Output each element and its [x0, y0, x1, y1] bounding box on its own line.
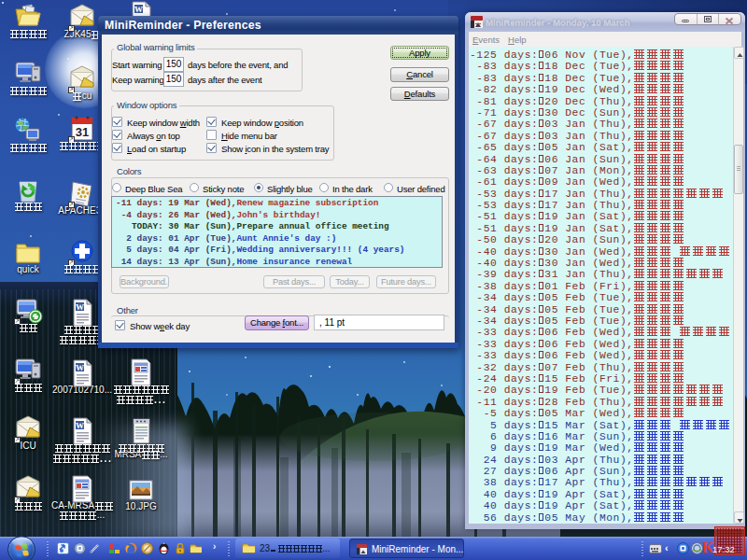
svg-text:W: W [134, 5, 143, 14]
svg-text:31: 31 [76, 125, 89, 139]
svg-text:W: W [76, 302, 84, 312]
svg-text:W: W [76, 363, 84, 372]
svg-text:W: W [76, 421, 84, 430]
